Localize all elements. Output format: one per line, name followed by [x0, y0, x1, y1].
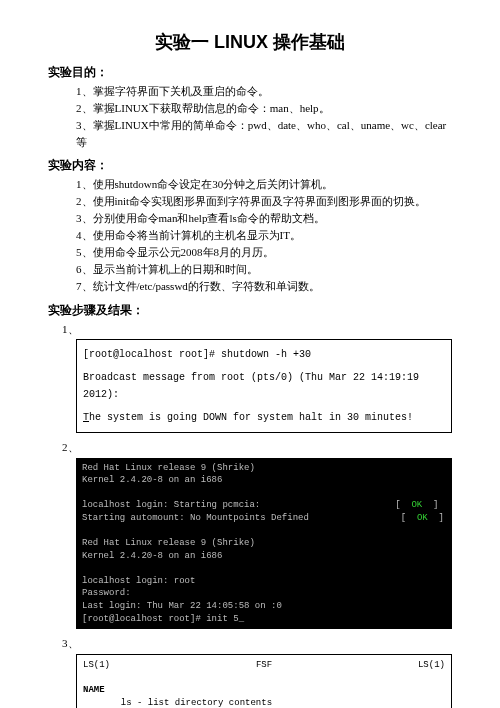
terminal-text: ]: [428, 513, 444, 523]
manpage-hdr-left: LS(1): [83, 659, 110, 672]
manpage-line: ls - list directory contents: [83, 698, 272, 708]
manpage-header-row: LS(1)FSFLS(1): [83, 659, 445, 672]
manpage-section-name: NAME: [83, 685, 105, 695]
terminal-text: ]: [422, 500, 438, 510]
manpage-output: LS(1)FSFLS(1) NAME ls - list directory c…: [76, 654, 452, 708]
terminal-line: Red Hat Linux release 9 (Shrike): [82, 463, 255, 473]
page-title: 实验一 LINUX 操作基础: [48, 30, 452, 54]
terminal-line: Password:: [82, 588, 131, 598]
terminal-text: [: [401, 513, 417, 523]
content-item: 6、显示当前计算机上的日期和时间。: [48, 261, 452, 278]
ok-status: OK: [411, 500, 422, 510]
terminal-text: he system is going DOWN for system halt …: [89, 412, 413, 423]
step-number-3: 3、: [48, 635, 452, 652]
content-item: 1、使用shutdown命令设定在30分钟之后关闭计算机。: [48, 176, 452, 193]
step-number-2: 2、: [48, 439, 452, 456]
purpose-heading: 实验目的：: [48, 64, 452, 81]
manpage-hdr-right: LS(1): [418, 659, 445, 672]
steps-heading: 实验步骤及结果：: [48, 302, 452, 319]
terminal-line: Red Hat Linux release 9 (Shrike): [82, 538, 255, 548]
terminal-output-2: Red Hat Linux release 9 (Shrike) Kernel …: [76, 458, 452, 630]
terminal-line: Kernel 2.4.20-8 on an i686: [82, 475, 222, 485]
content-item: 3、分别使用命令man和help查看ls命令的帮助文档。: [48, 210, 452, 227]
purpose-item: 2、掌握LINUX下获取帮助信息的命令：man、help。: [48, 100, 452, 117]
terminal-line: [root@localhost root]# init 5_: [82, 614, 244, 624]
content-item: 4、使用命令将当前计算机的主机名显示为IT。: [48, 227, 452, 244]
terminal-line: The system is going DOWN for system halt…: [83, 409, 445, 426]
terminal-line: localhost login: Starting pcmcia:: [82, 500, 260, 510]
terminal-output-1: [root@localhost root]# shutdown -h +30 B…: [76, 339, 452, 433]
content-item: 7、统计文件/etc/passwd的行数、字符数和单词数。: [48, 278, 452, 295]
content-item: 2、使用init命令实现图形界面到字符界面及字符界面到图形界面的切换。: [48, 193, 452, 210]
manpage-hdr-center: FSF: [256, 659, 272, 672]
purpose-item: 1、掌握字符界面下关机及重启的命令。: [48, 83, 452, 100]
terminal-line: Broadcast message from root (pts/0) (Thu…: [83, 369, 445, 403]
content-item: 5、使用命令显示公元2008年8月的月历。: [48, 244, 452, 261]
terminal-line: Kernel 2.4.20-8 on an i686: [82, 551, 222, 561]
purpose-item: 3、掌握LINUX中常用的简单命令：pwd、date、who、cal、uname…: [48, 117, 452, 151]
content-heading: 实验内容：: [48, 157, 452, 174]
step-number-1: 1、: [48, 321, 452, 338]
terminal-line: Starting automount: No Mountpoints Defin…: [82, 513, 309, 523]
terminal-line: [root@localhost root]# shutdown -h +30: [83, 346, 445, 363]
terminal-text: [: [395, 500, 411, 510]
terminal-line: Last login: Thu Mar 22 14:05:58 on :0: [82, 601, 282, 611]
ok-status: OK: [417, 513, 428, 523]
terminal-line: localhost login: root: [82, 576, 195, 586]
